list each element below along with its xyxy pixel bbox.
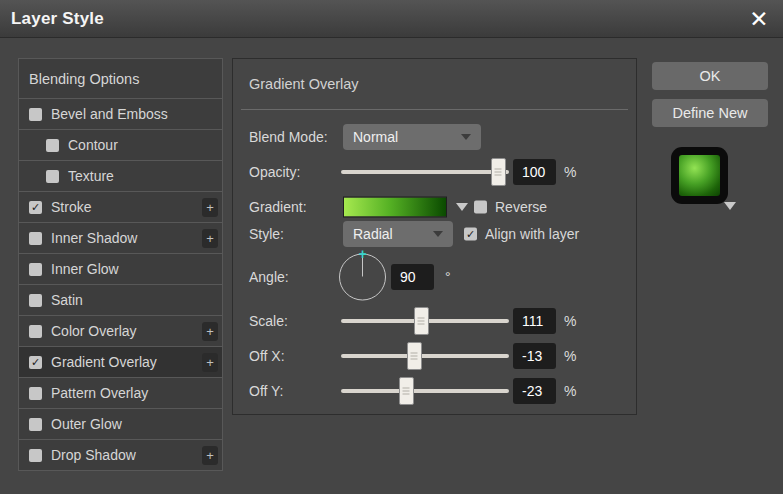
off-y-label: Off Y: <box>249 383 284 399</box>
off-y-value[interactable]: -23 <box>513 378 556 404</box>
align-with-layer-checkbox[interactable]: ✓ <box>464 228 477 241</box>
unchecked-checkbox[interactable] <box>29 232 42 245</box>
blend-mode-label: Blend Mode: <box>249 129 328 145</box>
unchecked-checkbox[interactable] <box>29 263 42 276</box>
thumb-grip <box>418 321 425 322</box>
angle-marker-icon: + <box>358 246 366 262</box>
dialog-title: Layer Style <box>11 0 104 38</box>
chevron-down-icon <box>433 231 443 237</box>
add-instance-button[interactable]: + <box>202 446 218 465</box>
slider-track[interactable] <box>341 389 509 393</box>
opacity-slider[interactable] <box>341 158 509 186</box>
unchecked-checkbox[interactable] <box>46 139 59 152</box>
unchecked-checkbox[interactable] <box>29 325 42 338</box>
sidebar-item-drop-shadow[interactable]: Drop Shadow+ <box>19 440 222 471</box>
gradient-label: Gradient: <box>249 199 307 215</box>
sidebar-item-inner-glow[interactable]: Inner Glow <box>19 254 222 285</box>
off-y-slider[interactable] <box>341 377 509 405</box>
add-instance-button[interactable]: + <box>202 353 218 372</box>
preview-dropdown-icon[interactable] <box>724 202 736 210</box>
sidebar-item-label: Inner Glow <box>51 261 119 277</box>
define-new-button[interactable]: Define New <box>652 99 768 127</box>
sidebar-item-outer-glow[interactable]: Outer Glow <box>19 409 222 440</box>
blend-mode-select[interactable]: Normal <box>343 124 481 150</box>
unchecked-checkbox[interactable] <box>29 387 42 400</box>
opacity-row: Opacity: 100 % <box>233 158 636 186</box>
reverse-label: Reverse <box>495 199 547 215</box>
close-icon[interactable]: ✕ <box>744 3 774 35</box>
sidebar-item-satin[interactable]: Satin <box>19 285 222 316</box>
sidebar-item-color-overlay[interactable]: Color Overlay+ <box>19 316 222 347</box>
scale-label: Scale: <box>249 313 288 329</box>
style-row: Style: Radial ✓ Align with layer <box>233 220 636 248</box>
off-y-row: Off Y: -23 % <box>233 376 636 406</box>
unchecked-checkbox[interactable] <box>29 449 42 462</box>
off-x-value[interactable]: -13 <box>513 343 556 369</box>
angle-row: Angle: + 90 ° <box>233 249 636 305</box>
add-instance-button[interactable]: + <box>202 229 218 248</box>
unchecked-checkbox[interactable] <box>29 294 42 307</box>
scale-value[interactable]: 111 <box>513 308 556 334</box>
blend-mode-value: Normal <box>353 129 398 145</box>
slider-thumb[interactable] <box>414 307 429 335</box>
off-x-unit: % <box>564 348 576 364</box>
off-x-slider[interactable] <box>341 342 509 370</box>
style-value: Radial <box>353 226 393 242</box>
slider-track[interactable] <box>341 354 509 358</box>
slider-thumb[interactable] <box>491 158 506 186</box>
reverse-checkbox[interactable] <box>474 201 487 214</box>
sidebar-item-label: Color Overlay <box>51 323 137 339</box>
slider-track[interactable] <box>341 170 509 174</box>
add-instance-button[interactable]: + <box>202 322 218 341</box>
sidebar-item-label: Contour <box>68 137 118 153</box>
checked-checkbox[interactable]: ✓ <box>29 201 42 214</box>
sidebar-item-contour[interactable]: Contour <box>19 130 222 161</box>
style-preview-swatch[interactable] <box>671 147 728 204</box>
slider-thumb[interactable] <box>399 377 414 405</box>
sidebar-item-label: Outer Glow <box>51 416 122 432</box>
angle-unit: ° <box>445 269 451 285</box>
style-preview-gradient <box>679 155 720 196</box>
sidebar-item-label: Pattern Overlay <box>51 385 148 401</box>
align-with-layer-label: Align with layer <box>485 226 579 242</box>
sidebar-item-label: Inner Shadow <box>51 230 137 246</box>
chevron-down-icon <box>461 134 471 140</box>
sidebar-item-blending-options[interactable]: Blending Options <box>19 59 222 99</box>
unchecked-checkbox[interactable] <box>29 418 42 431</box>
sidebar-item-label: Texture <box>68 168 114 184</box>
layer-style-dialog: Layer Style ✕ Blending OptionsBevel and … <box>0 0 783 494</box>
gradient-preview-strip[interactable] <box>343 197 447 218</box>
gradient-row: Gradient: Reverse <box>233 193 636 221</box>
sidebar-item-label: Satin <box>51 292 83 308</box>
add-instance-button[interactable]: + <box>202 198 218 217</box>
checked-checkbox[interactable]: ✓ <box>29 356 42 369</box>
opacity-unit: % <box>564 164 576 180</box>
angle-value[interactable]: 90 <box>391 264 434 290</box>
opacity-label: Opacity: <box>249 164 300 180</box>
sidebar-item-texture[interactable]: Texture <box>19 161 222 192</box>
sidebar-item-gradient-overlay[interactable]: ✓Gradient Overlay+ <box>19 347 222 378</box>
sidebar-item-bevel-and-emboss[interactable]: Bevel and Emboss <box>19 99 222 130</box>
gradient-overlay-panel: Gradient Overlay Blend Mode: Normal Opac… <box>232 58 637 415</box>
sidebar-item-stroke[interactable]: ✓Stroke+ <box>19 192 222 223</box>
sidebar-item-pattern-overlay[interactable]: Pattern Overlay <box>19 378 222 409</box>
dialog-titlebar: Layer Style ✕ <box>0 0 783 38</box>
sidebar-item-inner-shadow[interactable]: Inner Shadow+ <box>19 223 222 254</box>
sidebar-item-label: Stroke <box>51 199 91 215</box>
off-x-label: Off X: <box>249 348 285 364</box>
scale-unit: % <box>564 313 576 329</box>
sidebar-item-label: Bevel and Emboss <box>51 106 168 122</box>
thumb-grip <box>403 391 410 392</box>
gradient-dropdown-icon[interactable] <box>456 203 468 211</box>
slider-thumb[interactable] <box>407 342 422 370</box>
off-x-row: Off X: -13 % <box>233 341 636 371</box>
thumb-grip <box>411 356 418 357</box>
unchecked-checkbox[interactable] <box>46 170 59 183</box>
angle-dial[interactable]: + <box>339 254 386 301</box>
opacity-value[interactable]: 100 <box>513 159 556 185</box>
ok-button[interactable]: OK <box>652 62 768 90</box>
style-select[interactable]: Radial <box>343 221 453 247</box>
panel-title: Gradient Overlay <box>249 76 359 92</box>
scale-slider[interactable] <box>341 307 509 335</box>
unchecked-checkbox[interactable] <box>29 108 42 121</box>
